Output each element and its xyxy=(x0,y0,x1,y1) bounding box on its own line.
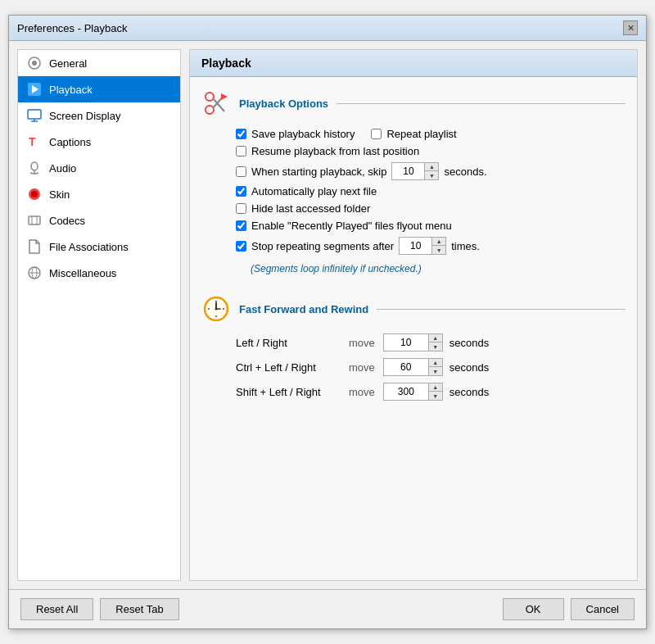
recently-played-row: Enable "Recently Played" files flyout me… xyxy=(236,220,626,232)
sidebar-label-codecs: Codecs xyxy=(49,215,85,227)
hide-folder-label: Hide last accessed folder xyxy=(251,202,370,215)
stop-repeat-spin-down[interactable]: ▼ xyxy=(432,246,445,254)
save-history-checkbox[interactable] xyxy=(236,129,246,139)
ff-spin-down-0[interactable]: ▼ xyxy=(429,342,442,351)
skip-spinner: ▲ ▼ xyxy=(391,162,439,180)
hide-folder-row: Hide last accessed folder xyxy=(236,202,626,215)
sidebar: GeneralPlaybackScreen DisplayTCaptionsAu… xyxy=(17,49,181,581)
ff-row-label-2: Shift + Left / Right xyxy=(236,386,342,398)
cancel-button[interactable]: Cancel xyxy=(571,598,635,620)
sidebar-item-general[interactable]: General xyxy=(18,50,180,76)
ff-value-input-0[interactable] xyxy=(384,334,429,351)
playback-options-title: Playback Options xyxy=(239,98,328,110)
svg-point-19 xyxy=(206,106,214,114)
reset-all-button[interactable]: Reset All xyxy=(20,598,93,620)
sidebar-label-screen-display: Screen Display xyxy=(49,110,120,122)
sidebar-icon-file-associations xyxy=(26,238,43,255)
skip-label: When starting playback, skip xyxy=(251,166,386,178)
sidebar-icon-screen-display xyxy=(26,107,43,124)
bottom-right-buttons: OK Cancel xyxy=(503,598,635,620)
ff-suffix-2: seconds xyxy=(449,386,489,398)
panel-header: Playback xyxy=(190,50,637,77)
stop-repeat-suffix: times. xyxy=(451,240,480,252)
sidebar-item-screen-display[interactable]: Screen Display xyxy=(18,102,180,129)
repeat-playlist-checkbox[interactable] xyxy=(371,129,382,139)
stop-repeat-row: Stop repeating segments after ▲ ▼ times. xyxy=(236,237,626,255)
svg-point-11 xyxy=(31,191,38,197)
close-button[interactable]: ✕ xyxy=(623,20,638,35)
sidebar-label-captions: Captions xyxy=(49,136,91,148)
sidebar-item-captions[interactable]: TCaptions xyxy=(18,129,180,155)
skip-seconds-label: seconds. xyxy=(444,166,486,178)
sidebar-icon-playback xyxy=(26,81,43,98)
sidebar-item-skin[interactable]: Skin xyxy=(18,181,180,207)
sidebar-label-skin: Skin xyxy=(49,188,70,201)
svg-rect-4 xyxy=(28,110,41,119)
ff-row-2: Shift + Left / Rightmove▲▼seconds xyxy=(236,383,626,401)
ff-value-input-2[interactable] xyxy=(384,383,429,400)
ok-button[interactable]: OK xyxy=(503,598,564,620)
svg-rect-12 xyxy=(29,216,40,224)
sidebar-icon-captions: T xyxy=(26,134,43,150)
skip-value-input[interactable] xyxy=(392,163,425,179)
sidebar-item-playback[interactable]: Playback xyxy=(18,76,180,102)
recently-played-checkbox[interactable] xyxy=(236,220,246,231)
sidebar-icon-general xyxy=(26,55,43,71)
sidebar-icon-codecs xyxy=(26,212,43,229)
stop-repeat-spinner-buttons: ▲ ▼ xyxy=(432,238,445,254)
auto-next-checkbox[interactable] xyxy=(236,186,246,197)
ff-move-label-1: move xyxy=(349,361,375,374)
stop-repeat-value-input[interactable] xyxy=(400,238,432,254)
skip-checkbox[interactable] xyxy=(236,166,246,177)
svg-text:T: T xyxy=(29,135,36,148)
fast-forward-title: Fast Forward and Rewind xyxy=(239,303,368,315)
save-history-row: Save playback history xyxy=(236,128,355,140)
save-history-label: Save playback history xyxy=(251,128,355,140)
resume-checkbox[interactable] xyxy=(236,146,246,156)
loop-note: (Segments loop infinitely if unchecked.) xyxy=(251,263,626,274)
svg-point-31 xyxy=(215,308,218,311)
ff-spin-up-0[interactable]: ▲ xyxy=(429,334,442,342)
playback-options-icon xyxy=(201,88,231,118)
playback-options-header: Playback Options xyxy=(201,88,626,118)
sidebar-icon-miscellaneous xyxy=(26,265,43,281)
sidebar-item-miscellaneous[interactable]: Miscellaneous xyxy=(18,260,180,286)
ff-move-label-0: move xyxy=(349,337,375,349)
sidebar-label-playback: Playback xyxy=(49,84,93,96)
stop-repeat-spin-up[interactable]: ▲ xyxy=(432,238,445,246)
ff-value-input-1[interactable] xyxy=(384,359,429,375)
ff-row-label-0: Left / Right xyxy=(236,337,342,349)
panel-body: Playback Options Save playback history xyxy=(190,77,637,580)
ff-spin-down-2[interactable]: ▼ xyxy=(429,392,442,400)
sidebar-label-audio: Audio xyxy=(49,162,76,175)
sidebar-label-miscellaneous: Miscellaneous xyxy=(49,267,116,279)
stop-repeat-spinner: ▲ ▼ xyxy=(399,237,446,255)
ff-row-1: Ctrl + Left / Rightmove▲▼seconds xyxy=(236,358,626,376)
ff-spin-up-2[interactable]: ▲ xyxy=(429,383,442,392)
fast-forward-header: Fast Forward and Rewind xyxy=(201,294,626,324)
playback-options-section: Playback Options Save playback history xyxy=(201,88,626,274)
svg-marker-22 xyxy=(221,93,228,100)
sidebar-icon-skin xyxy=(26,186,43,202)
skip-spin-down[interactable]: ▼ xyxy=(425,171,438,179)
hide-folder-checkbox[interactable] xyxy=(236,203,246,214)
main-panel: Playback xyxy=(189,49,638,581)
sidebar-item-codecs[interactable]: Codecs xyxy=(18,207,180,234)
ff-spinner-2: ▲▼ xyxy=(383,383,443,401)
svg-point-1 xyxy=(32,61,37,66)
options-row-1: Save playback history Repeat playlist xyxy=(236,128,626,140)
sidebar-label-general: General xyxy=(49,57,87,70)
sidebar-item-file-associations[interactable]: File Associations xyxy=(18,234,180,260)
ff-move-label-2: move xyxy=(349,386,375,398)
ff-row-0: Left / Rightmove▲▼seconds xyxy=(236,333,626,351)
playback-options-grid: Save playback history Repeat playlist Re… xyxy=(236,128,626,274)
skip-spin-up[interactable]: ▲ xyxy=(425,163,438,171)
reset-tab-button[interactable]: Reset Tab xyxy=(100,598,178,620)
svg-point-8 xyxy=(31,162,38,170)
ff-spin-up-1[interactable]: ▲ xyxy=(429,359,442,367)
ff-row-label-1: Ctrl + Left / Right xyxy=(236,361,342,374)
ff-spin-down-1[interactable]: ▼ xyxy=(429,367,442,375)
stop-repeat-checkbox[interactable] xyxy=(236,241,246,252)
sidebar-item-audio[interactable]: Audio xyxy=(18,155,180,181)
ff-spinner-1: ▲▼ xyxy=(383,358,443,376)
